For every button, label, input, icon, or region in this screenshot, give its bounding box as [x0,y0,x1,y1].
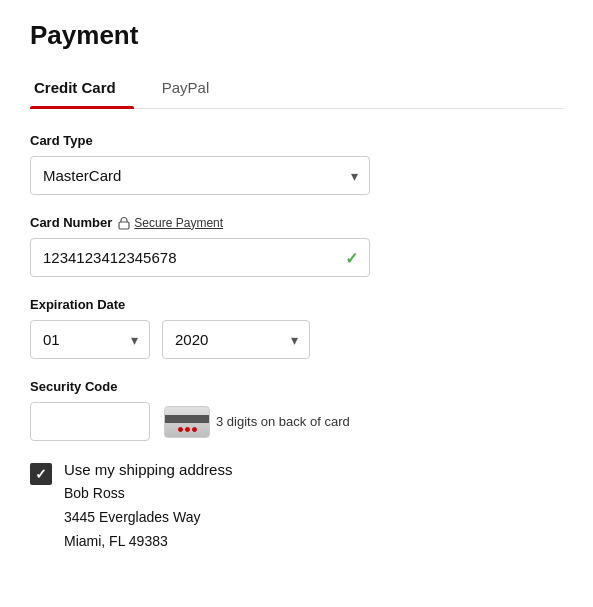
svg-rect-0 [119,222,129,229]
card-type-wrapper: MasterCard Visa American Express Discove… [30,156,370,195]
card-graphic-strip [165,415,209,423]
address-block: Bob Ross 3445 Everglades Way Miami, FL 4… [64,482,232,553]
security-code-hint: 3 digits on back of card [216,414,350,429]
address-city-state-zip: Miami, FL 49383 [64,530,232,554]
card-number-section: Card Number Secure Payment ✓ [30,215,563,277]
address-street: 3445 Everglades Way [64,506,232,530]
card-graphic-dots [178,427,197,432]
security-row: 3 digits on back of card [30,402,563,441]
card-number-label: Card Number Secure Payment [30,215,563,230]
expiration-label: Expiration Date [30,297,563,312]
expiry-year-select[interactable]: 2020 202120222023 202420252026 [162,320,310,359]
card-icon: 3 digits on back of card [164,406,350,438]
security-code-input[interactable] [30,402,150,441]
shipping-checkbox[interactable]: ✓ [30,463,52,485]
lock-icon [118,216,130,230]
shipping-label: Use my shipping address [64,461,232,478]
address-name: Bob Ross [64,482,232,506]
expiration-section: Expiration Date 01 020304 050607 080910 … [30,297,563,359]
checkbox-check-icon: ✓ [35,466,47,482]
card-number-wrapper: ✓ [30,238,370,277]
card-number-check-icon: ✓ [345,248,358,267]
tab-credit-card[interactable]: Credit Card [30,69,134,108]
card-graphic-dot-2 [185,427,190,432]
shipping-section: ✓ Use my shipping address Bob Ross 3445 … [30,461,563,553]
security-code-label: Security Code [30,379,563,394]
secure-payment-badge[interactable]: Secure Payment [118,216,223,230]
card-graphic-dot-1 [178,427,183,432]
expiry-month-wrapper: 01 020304 050607 080910 1112 ▾ [30,320,150,359]
shipping-content: Use my shipping address Bob Ross 3445 Ev… [64,461,232,553]
security-code-section: Security Code 3 digits on back of card [30,379,563,441]
card-graphic-dot-3 [192,427,197,432]
tab-paypal[interactable]: PayPal [158,69,228,108]
page-title: Payment [30,20,563,51]
expiry-row: 01 020304 050607 080910 1112 ▾ 2020 2021… [30,320,563,359]
card-graphic [164,406,210,438]
tabs: Credit Card PayPal [30,69,563,109]
card-type-label: Card Type [30,133,563,148]
shipping-row: ✓ Use my shipping address Bob Ross 3445 … [30,461,563,553]
card-type-select[interactable]: MasterCard Visa American Express Discove… [30,156,370,195]
card-type-section: Card Type MasterCard Visa American Expre… [30,133,563,195]
expiry-month-select[interactable]: 01 020304 050607 080910 1112 [30,320,150,359]
card-number-input[interactable] [30,238,370,277]
expiry-year-wrapper: 2020 202120222023 202420252026 ▾ [162,320,310,359]
